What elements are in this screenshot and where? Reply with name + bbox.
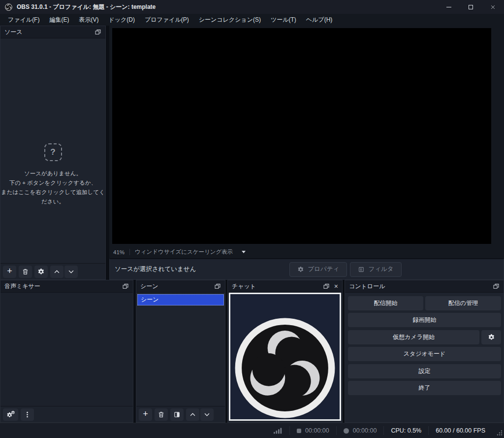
remove-scene-button[interactable] [155,408,168,421]
properties-button[interactable]: プロパティ [289,262,347,277]
menu-item-docks[interactable]: ドック(D) [103,14,140,26]
chevron-down-icon [67,268,75,275]
empty-state-text-line3: またはここを右クリックして追加してください。 [0,188,105,206]
start-virtual-camera-button[interactable]: 仮想カメラ開始 [348,330,479,344]
start-streaming-button[interactable]: 配信開始 [348,296,423,310]
source-properties-button[interactable] [34,266,48,278]
gear-icon [488,334,495,341]
obs-logo-icon [5,3,12,11]
empty-state-text-line1: ソースがありません。 [24,169,82,178]
move-source-down-button[interactable] [64,266,78,278]
sources-dock-title: ソース [4,28,23,36]
controls-dock-title: コントロール [349,282,385,291]
preview-canvas[interactable] [112,28,491,244]
record-status-icon [344,428,349,434]
maximize-icon [469,5,473,9]
stream-time: 00:00:00 [305,427,329,434]
scene-item-label: シーン [141,296,159,304]
scale-percent: 41% [113,249,125,255]
stream-timer: 00:00:00 [289,426,336,435]
filter-icon [358,266,365,273]
cpu-usage-value: CPU: 0.5% [391,427,421,434]
menu-item-file[interactable]: ファイル(F) [3,14,44,26]
filters-button[interactable]: フィルタ [350,262,401,277]
menu-item-edit[interactable]: 編集(E) [44,14,74,26]
dropdown-caret-icon[interactable] [242,251,246,253]
manage-broadcast-button[interactable]: 配信の管理 [425,296,501,310]
move-source-up-button[interactable] [50,266,63,278]
title-bar: OBS 31.0.1 - プロファイル: 無題 - シーン: template [0,0,504,14]
kebab-icon [24,411,31,418]
signal-bars-icon [274,427,283,434]
advanced-audio-button[interactable] [3,408,18,421]
obs-window: OBS 31.0.1 - プロファイル: 無題 - シーン: template … [0,0,504,438]
minimize-icon [446,7,451,7]
sources-dock-header: ソース [0,26,105,38]
chat-dock-header: チャット × [228,280,342,293]
scene-filter-icon [173,411,181,418]
close-button[interactable] [482,0,504,14]
scenes-dock-header: シーン [136,280,225,293]
menu-item-help[interactable]: ヘルプ(H) [301,14,338,26]
menu-item-tools[interactable]: ツール(T) [266,14,301,26]
popout-icon[interactable] [214,283,221,290]
properties-button-label: プロパティ [308,265,339,273]
chevron-up-icon [189,411,196,418]
menu-item-scene-collection[interactable]: シーンコレクション(S) [194,14,266,26]
sources-toolbar: + [0,263,105,279]
sources-empty-state[interactable]: ? ソースがありません。 下の + ボタンをクリックするか、 またはここを右クリ… [0,100,105,250]
mixer-menu-button[interactable] [21,408,34,421]
trash-icon [158,411,165,418]
add-scene-button[interactable]: + [139,408,152,421]
close-dock-icon[interactable]: × [334,283,338,290]
scene-list-item-selected[interactable]: シーン [137,294,224,305]
exit-button[interactable]: 終了 [348,381,501,395]
add-source-button[interactable]: + [3,266,16,278]
filters-button-label: フィルタ [368,265,393,273]
sources-dock: ソース ? ソースがありません。 下の + ボタンをクリックするか、 またはここ… [0,26,106,280]
minimize-button[interactable] [438,0,460,14]
studio-mode-button[interactable]: スタジオモード [348,347,501,361]
close-icon [490,4,496,10]
scene-filters-button[interactable] [170,408,184,421]
audio-mixer-dock: 音声ミキサー [0,280,133,423]
controls-dock: コントロール 配信開始 配信の管理 録画開始 仮想カメラ開始 スタジオモード 設… [345,280,504,423]
scale-mode-label[interactable]: ウィンドウサイズにスケーリング表示 [135,248,233,256]
resize-grip[interactable] [496,430,503,436]
virtual-camera-settings-button[interactable] [481,330,501,344]
chevron-down-icon [203,411,211,418]
chat-dock: チャット × [227,280,343,423]
divider [129,249,130,255]
move-scene-down-button[interactable] [200,408,214,421]
popout-icon[interactable] [323,283,330,290]
window-title: OBS 31.0.1 - プロファイル: 無題 - シーン: template [17,3,156,11]
scenes-dock-title: シーン [140,282,158,291]
popout-icon[interactable] [493,283,500,290]
double-gear-icon [6,410,15,418]
start-recording-button[interactable]: 録画開始 [348,313,501,327]
menu-item-view[interactable]: 表示(V) [74,14,103,26]
maximize-button[interactable] [460,0,482,14]
window-controls [438,0,504,14]
preview-region: 41% ウィンドウサイズにスケーリング表示 ソースが選択されていません プロパテ… [109,26,504,280]
chat-dock-title: チャット [232,282,256,291]
move-scene-up-button[interactable] [186,408,199,421]
record-timer: 00:00:00 [336,426,384,435]
source-action-bar: ソースが選択されていません プロパティ フィルタ [109,258,504,280]
stream-status-icon [297,429,301,433]
popout-icon[interactable] [122,283,129,290]
source-selection-status: ソースが選択されていません [115,265,196,273]
settings-button[interactable]: 設定 [348,364,501,378]
cpu-usage: CPU: 0.5% [383,426,428,435]
audio-mixer-header: 音声ミキサー [0,280,133,293]
chat-webview[interactable] [229,293,341,421]
remove-source-button[interactable] [19,266,32,278]
audio-mixer-toolbar [0,406,133,422]
network-status [267,426,289,435]
scenes-dock: シーン シーン + [136,280,225,423]
preview-scale-row: 41% ウィンドウサイズにスケーリング表示 [113,247,246,257]
fps-counter: 60.00 / 60.00 FPS [428,426,492,435]
fps-value: 60.00 / 60.00 FPS [436,427,485,434]
menu-item-profile[interactable]: プロファイル(P) [140,14,194,26]
popout-icon[interactable] [94,29,101,35]
